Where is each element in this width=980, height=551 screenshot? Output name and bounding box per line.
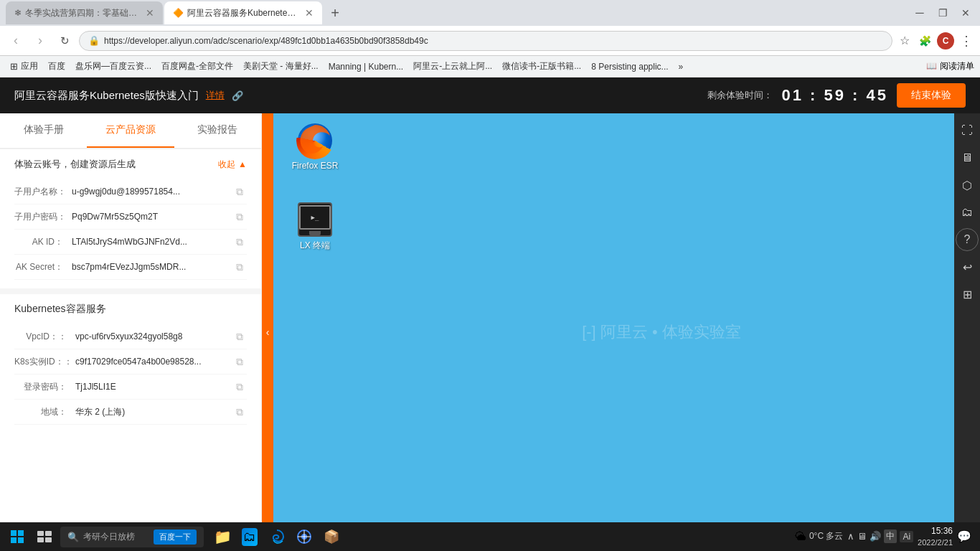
taskbar-chrome[interactable] bbox=[291, 524, 317, 550]
bookmark-weixin[interactable]: 微信读书-正版书籍... bbox=[498, 59, 585, 74]
address-bar[interactable]: 🔒 https://developer.aliyun.com/adc/scena… bbox=[79, 31, 892, 51]
new-tab-button[interactable]: + bbox=[325, 3, 345, 23]
volume-icon[interactable]: 🔊 bbox=[870, 531, 881, 542]
start-button[interactable] bbox=[3, 522, 32, 551]
reading-list[interactable]: 📖阅读清单 bbox=[926, 60, 974, 72]
bookmark-baidu[interactable]: 百度 bbox=[44, 59, 70, 74]
lx-terminal-icon[interactable]: ▶_ LX 终端 bbox=[286, 199, 344, 255]
copy-password-icon[interactable]: ⧉ bbox=[232, 209, 247, 224]
browser-chrome: ❄ 冬季实战营第四期：零基础容器... ✕ 🔶 阿里云容器服务Kubernete… bbox=[0, 0, 980, 77]
username-label: 子用户名称： bbox=[14, 186, 72, 198]
field-k8sid: K8s实例ID：： c9f17029fce0547a4b00e98528... … bbox=[14, 349, 247, 375]
tab1-close[interactable]: ✕ bbox=[146, 7, 154, 19]
tab-handbook[interactable]: 体验手册 bbox=[0, 113, 87, 148]
collapse-btn[interactable]: 收起 ▲ bbox=[218, 159, 247, 171]
tray-expand[interactable]: ∧ bbox=[847, 531, 854, 542]
tab2-close[interactable]: ✕ bbox=[305, 7, 314, 19]
aksecret-value: bsc7pm4rEVezJJgm5sMDR... bbox=[72, 262, 230, 272]
copy-aksecret-icon[interactable]: ⧉ bbox=[232, 260, 247, 274]
lx-terminal-label: LX 终端 bbox=[300, 240, 330, 252]
akid-label: AK ID： bbox=[14, 236, 72, 248]
tab-report[interactable]: 实验报告 bbox=[174, 113, 261, 148]
taskbar-icon-2[interactable]: 🗂 bbox=[237, 524, 263, 550]
copy-username-icon[interactable]: ⧉ bbox=[232, 184, 247, 199]
nav-back[interactable]: ‹ bbox=[6, 31, 26, 51]
address-bar-row: ‹ › ↻ 🔒 https://developer.aliyun.com/adc… bbox=[0, 26, 980, 56]
windows-search[interactable]: 🔍 考研今日放榜 百度一下 bbox=[60, 527, 204, 547]
bookmark-aliyun[interactable]: 阿里云-上云就上阿... bbox=[409, 59, 496, 74]
fullscreen-btn[interactable]: ⛶ bbox=[956, 119, 979, 142]
window-minimize[interactable]: ─ bbox=[911, 4, 928, 22]
tab-resources[interactable]: 云产品资源 bbox=[87, 113, 174, 148]
k8s-section: Kubernetes容器服务 VpcID：： vpc-uf6rv5xyux324… bbox=[0, 288, 261, 433]
field-akid: AK ID： LTAl5tJryS4mWbGJNFn2Vd... ⧉ bbox=[14, 230, 247, 255]
help-btn[interactable]: ? bbox=[956, 228, 979, 251]
desktop-area: Firefox ESR ▶_ LX 终端 [-] 阿里云 • 体验实验室 bbox=[273, 113, 954, 551]
notification-btn[interactable]: 💬 bbox=[957, 529, 971, 543]
loginpwd-value: Tj1Jl5LI1E bbox=[75, 382, 230, 392]
copy-region-icon[interactable]: ⧉ bbox=[232, 405, 247, 419]
nav-refresh[interactable]: ↻ bbox=[55, 31, 75, 51]
tab-1[interactable]: ❄ 冬季实战营第四期：零基础容器... ✕ bbox=[6, 1, 163, 24]
bookmark-meijutiantang[interactable]: 美剧天堂 - 海量好... bbox=[239, 59, 323, 74]
layout-btn[interactable]: ⬡ bbox=[956, 174, 979, 197]
lock-icon: 🔒 bbox=[88, 35, 100, 46]
k8sid-value: c9f17029fce0547a4b00e98528... bbox=[75, 357, 230, 367]
bookmark-persisting[interactable]: 8 Persisting applic... bbox=[587, 60, 672, 73]
clock[interactable]: 15:36 2022/2/21 bbox=[918, 526, 953, 547]
grid-btn[interactable]: ⊞ bbox=[956, 283, 979, 306]
window-maximize[interactable]: ❐ bbox=[934, 4, 951, 22]
weather-widget[interactable]: 🌥 0°C 多云 bbox=[795, 530, 843, 543]
windows-taskbar: 🔍 考研今日放榜 百度一下 📁 🗂 📦 bbox=[0, 522, 980, 551]
taskbar-edge[interactable] bbox=[264, 524, 290, 550]
nav-forward[interactable]: › bbox=[30, 31, 50, 51]
clock-date: 2022/2/21 bbox=[918, 537, 953, 547]
menu-btn[interactable]: ⋮ bbox=[958, 33, 974, 49]
tab2-title: 阿里云容器服务Kubernetes版快... bbox=[187, 7, 299, 19]
extensions-icon[interactable]: 🧩 bbox=[917, 33, 933, 49]
system-tray: 🌥 0°C 多云 ∧ 🖥 🔊 中 Ai 15:36 2022/2/21 💬 bbox=[795, 526, 977, 547]
bookmark-apps[interactable]: ⊞ 应用 bbox=[6, 59, 42, 74]
region-label: 地域： bbox=[14, 406, 75, 418]
clipboard-btn[interactable]: 🗂 bbox=[956, 201, 979, 224]
tray-icons: ∧ 🖥 🔊 中 Ai bbox=[847, 529, 913, 543]
search-button[interactable]: 百度一下 bbox=[154, 529, 197, 545]
search-placeholder: 考研今日放榜 bbox=[83, 531, 149, 543]
akid-value: LTAl5tJryS4mWbGJNFn2Vd... bbox=[72, 237, 230, 247]
username-value: u-g9wgj0du@1899571854... bbox=[72, 187, 230, 197]
firefox-esr-icon[interactable]: Firefox ESR bbox=[286, 121, 344, 174]
sidebar-collapse-tab[interactable]: ‹ bbox=[262, 113, 273, 551]
ime-icon[interactable]: 中 bbox=[884, 529, 897, 543]
lx-terminal-img: ▶_ bbox=[298, 202, 332, 237]
tab-2[interactable]: 🔶 阿里云容器服务Kubernetes版快... ✕ bbox=[164, 1, 322, 24]
url-text[interactable]: https://developer.aliyun.com/adc/scenari… bbox=[104, 36, 428, 46]
bookmark-panleyun[interactable]: 盘乐网—百度云资... bbox=[71, 59, 156, 74]
end-btn[interactable]: 结束体验 bbox=[897, 83, 966, 108]
bookmark-manning[interactable]: Manning | Kubern... bbox=[324, 60, 408, 73]
bookmark-baidupan[interactable]: 百度网盘-全部文件 bbox=[157, 59, 237, 74]
top-bar: 阿里云容器服务Kubernetes版快速入门 详情 🔗 剩余体验时间： 01 :… bbox=[0, 77, 980, 113]
page-title: 阿里云容器服务Kubernetes版快速入门 bbox=[14, 89, 199, 103]
taskbar-explorer[interactable]: 📁 bbox=[209, 524, 235, 550]
tab-bar: ❄ 冬季实战营第四期：零基础容器... ✕ 🔶 阿里云容器服务Kubernete… bbox=[0, 0, 980, 26]
copy-vpcid-icon[interactable]: ⧉ bbox=[232, 329, 247, 344]
display-btn[interactable]: 🖥 bbox=[956, 146, 979, 169]
taskbar-vscode[interactable]: 📦 bbox=[319, 524, 344, 550]
task-view-btn[interactable] bbox=[32, 524, 57, 550]
copy-k8sid-icon[interactable]: ⧉ bbox=[232, 354, 247, 369]
back-btn[interactable]: ↩ bbox=[956, 255, 979, 278]
field-username: 子用户名称： u-g9wgj0du@1899571854... ⧉ bbox=[14, 179, 247, 204]
vpcid-value: vpc-uf6rv5xyux324gyol58g8 bbox=[75, 331, 230, 342]
ai-label[interactable]: Ai bbox=[900, 531, 913, 542]
bookmark-more[interactable]: » bbox=[674, 60, 688, 73]
detail-link[interactable]: 详情 bbox=[206, 89, 225, 102]
user-avatar[interactable]: C bbox=[937, 32, 954, 50]
window-close[interactable]: ✕ bbox=[957, 4, 974, 22]
firefox-label: Firefox ESR bbox=[292, 161, 339, 171]
tab2-favicon: 🔶 bbox=[173, 8, 184, 18]
copy-akid-icon[interactable]: ⧉ bbox=[232, 235, 247, 249]
loginpwd-label: 登录密码： bbox=[14, 381, 75, 393]
copy-loginpwd-icon[interactable]: ⧉ bbox=[232, 380, 247, 394]
network-icon[interactable]: 🖥 bbox=[857, 531, 867, 542]
bookmark-star[interactable]: ☆ bbox=[897, 33, 913, 49]
